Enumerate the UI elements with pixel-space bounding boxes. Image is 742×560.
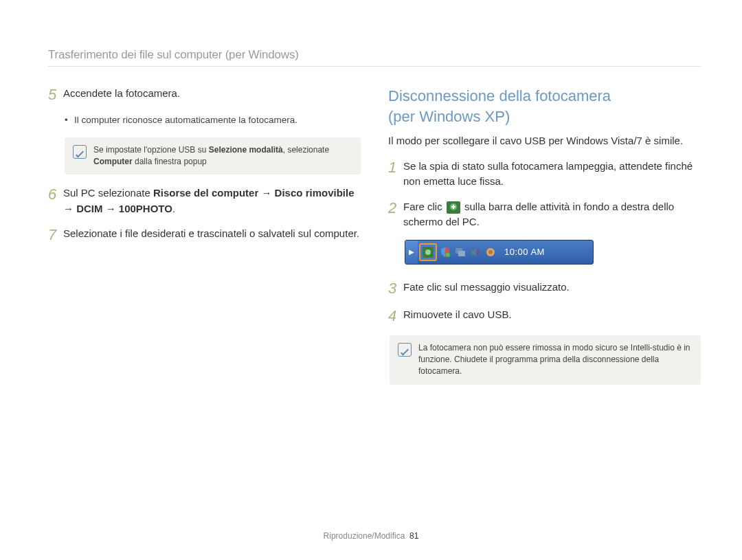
svg-point-5 [425, 249, 431, 255]
step-6: 6 Sul PC selezionate Risorse del compute… [48, 186, 361, 216]
section-title: Disconnessione della fotocamera(per Wind… [388, 86, 701, 126]
note-text: Se impostate l'opzione USB su Selezione … [93, 144, 351, 168]
step-text: Accendete la fotocamera. [63, 86, 361, 102]
svg-point-10 [488, 250, 493, 254]
note-box-usb-option: Se impostate l'opzione USB su Selezione … [65, 137, 361, 175]
bullet-text: Il computer riconosce automaticamente la… [74, 113, 297, 127]
step-number: 4 [388, 307, 403, 325]
note-icon [73, 145, 87, 159]
generic-tray-icon [485, 247, 496, 258]
step-7: 7 Selezionate i file desiderati e trasci… [48, 226, 361, 244]
step-number: 7 [48, 226, 63, 244]
left-column: 5 Accendete la fotocamera. • Il computer… [48, 86, 361, 396]
step-number: 3 [388, 280, 403, 298]
note-text: La fotocamera non può essere rimossa in … [418, 342, 691, 378]
monitor-icon [455, 247, 466, 258]
step-number: 2 [388, 199, 403, 217]
footer-section: Riproduzione/Modifica [324, 531, 405, 541]
note-box-intelli-studio: La fotocamera non può essere rimossa in … [390, 335, 701, 385]
note-icon [398, 343, 412, 357]
page-container: Trasferimento dei file sul computer (per… [0, 0, 742, 396]
step-number: 5 [48, 86, 63, 104]
step-3: 3 Fate clic sul messaggio visualizzato. [388, 280, 701, 298]
tray-icons-group [440, 247, 496, 258]
taskbar-screenshot: ▶ 10:00 AM [405, 240, 594, 265]
step-5-bullets: • Il computer riconosce automaticamente … [65, 113, 361, 127]
step-text: Se la spia di stato sulla fotocamera lam… [403, 159, 701, 190]
step-5: 5 Accendete la fotocamera. [48, 86, 361, 104]
svg-point-6 [446, 253, 450, 257]
bullet-dot: • [65, 113, 74, 127]
shield-icon [440, 247, 451, 258]
taskbar-clock: 10:00 AM [504, 247, 545, 257]
step-number: 6 [48, 186, 63, 203]
page-footer: Riproduzione/Modifica 81 [0, 531, 742, 541]
volume-icon [470, 247, 481, 258]
chevron-icon: ▶ [409, 248, 414, 256]
step-4: 4 Rimuovete il cavo USB. [388, 307, 701, 325]
step-text: Fare clic sulla barra delle attività in … [403, 199, 701, 230]
step-number: 1 [388, 159, 403, 177]
page-header: Trasferimento dei file sul computer (per… [48, 48, 701, 67]
right-column: Disconnessione della fotocamera(per Wind… [388, 86, 701, 396]
step-2: 2 Fare clic sulla barra delle attività i… [388, 199, 701, 230]
step-text: Selezionate i file desiderati e trascina… [63, 226, 361, 242]
footer-page-number: 81 [409, 531, 418, 541]
svg-rect-3 [451, 206, 456, 208]
intro-text: Il modo per scollegare il cavo USB per W… [388, 133, 701, 149]
safely-remove-icon [447, 201, 460, 214]
step-1: 1 Se la spia di stato sulla fotocamera l… [388, 159, 701, 190]
svg-rect-8 [458, 251, 465, 256]
step-text: Fate clic sul messaggio visualizzato. [403, 280, 701, 295]
step-text: Rimuovete il cavo USB. [403, 307, 701, 323]
two-column-layout: 5 Accendete la fotocamera. • Il computer… [48, 86, 701, 396]
bullet-item: • Il computer riconosce automaticamente … [65, 113, 361, 127]
safely-remove-highlighted-icon [419, 243, 437, 261]
taskbar-expand-arrow: ▶ [405, 240, 418, 264]
step-text: Sul PC selezionate Risorse del computer … [63, 186, 361, 216]
